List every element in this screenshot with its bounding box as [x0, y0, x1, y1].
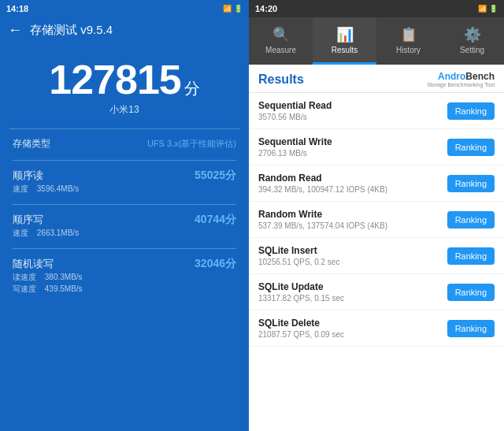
metric-sub: 速度 3596.4MB/s — [13, 184, 236, 195]
result-name: SQLite Insert — [258, 245, 441, 256]
battery-icon: 🔋 — [234, 5, 243, 13]
ranking-button-rand-read[interactable]: Ranking — [447, 175, 495, 192]
result-name: Random Read — [258, 173, 441, 184]
result-name: SQLite Update — [258, 281, 441, 292]
ranking-button-sqlite-delete[interactable]: Ranking — [447, 320, 495, 337]
result-item-rand-write: Random Write 537.39 MB/s, 137574.04 IOPS… — [249, 202, 504, 238]
score-unit: 分 — [184, 80, 200, 97]
right-battery-icon: 🔋 — [489, 5, 498, 13]
history-icon: 📋 — [400, 26, 417, 43]
metric-row-header: 顺序读 55025分 — [13, 169, 236, 183]
metric-score: 32046分 — [195, 257, 236, 271]
result-info: Random Write 537.39 MB/s, 137574.04 IOPS… — [258, 209, 441, 230]
result-name: Sequential Read — [258, 100, 441, 111]
metric-row-header: 随机读写 32046分 — [13, 257, 236, 271]
main-score-row: 127815分 — [49, 59, 200, 100]
result-value: 21087.57 QPS, 0.09 sec — [258, 330, 441, 339]
result-item-seq-read: Sequential Read 3570.56 MB/s Ranking — [249, 93, 504, 129]
right-panel: 14:20 📶 🔋 🔍 Measure 📊 Results 📋 History … — [249, 0, 504, 431]
left-toolbar: ← 存储测试 v9.5.4 — [0, 17, 249, 43]
setting-icon: ⚙️ — [464, 26, 481, 43]
metric-sub-read: 读速度 380.3MB/s — [13, 272, 236, 283]
storage-type-row: 存储类型 UFS 3.x(基于性能评估) — [13, 137, 236, 150]
metric-sequential-write: 顺序写 40744分 速度 2663.1MB/s — [13, 213, 236, 239]
result-info: SQLite Update 13317.82 QPS, 0.15 sec — [258, 281, 441, 303]
tab-measure-label: Measure — [265, 46, 296, 54]
result-value: 394.32 MB/s, 100947.12 IOPS (4KB) — [258, 185, 441, 194]
result-info: Sequential Read 3570.56 MB/s — [258, 100, 441, 121]
left-status-bar: 14:18 📶 🔋 — [0, 0, 249, 17]
right-wifi-icon: 📶 — [478, 5, 487, 13]
metric-name: 顺序写 — [13, 213, 43, 227]
ranking-button-seq-write[interactable]: Ranking — [447, 139, 495, 156]
tab-results-label: Results — [332, 46, 358, 54]
ranking-button-sqlite-update[interactable]: Ranking — [447, 284, 495, 301]
metric-row-header: 顺序写 40744分 — [13, 213, 236, 227]
left-app-title: 存储测试 v9.5.4 — [30, 23, 113, 38]
wifi-icon: 📶 — [223, 5, 232, 13]
divider-storage — [13, 160, 236, 161]
metric-name: 顺序读 — [13, 169, 43, 183]
storage-label: 存储类型 — [13, 137, 50, 150]
result-value: 3570.56 MB/s — [258, 113, 441, 121]
tab-setting-label: Setting — [460, 46, 484, 54]
result-value: 537.39 MB/s, 137574.04 IOPS (4KB) — [258, 221, 441, 230]
metric-name: 随机读写 — [13, 257, 54, 271]
result-item-sqlite-delete: SQLite Delete 21087.57 QPS, 0.09 sec Ran… — [249, 310, 504, 347]
result-name: Sequential Write — [258, 136, 441, 147]
ranking-button-seq-read[interactable]: Ranking — [447, 102, 495, 120]
left-time: 14:18 — [6, 4, 28, 13]
metric-sub-write: 写速度 439.5MB/s — [13, 284, 236, 295]
tab-setting[interactable]: ⚙️ Setting — [440, 17, 504, 65]
metric-random-rw: 随机读写 32046分 读速度 380.3MB/s 写速度 439.5MB/s — [13, 257, 236, 295]
results-header: Results AndroAndroBenchBench Storage Ben… — [249, 65, 504, 93]
metric-sub: 速度 2663.1MB/s — [13, 228, 236, 239]
measure-icon: 🔍 — [272, 26, 290, 43]
metric-score: 40744分 — [195, 213, 236, 227]
result-info: SQLite Insert 10256.51 QPS, 0.2 sec — [258, 245, 441, 266]
result-value: 13317.82 QPS, 0.15 sec — [258, 294, 441, 303]
androbench-name: AndroAndroBenchBench — [438, 71, 495, 82]
result-item-sqlite-insert: SQLite Insert 10256.51 QPS, 0.2 sec Rank… — [249, 238, 504, 274]
androbench-sub: Storage Benchmarking Tool — [427, 82, 495, 87]
divider-1 — [13, 204, 236, 205]
back-button[interactable]: ← — [8, 22, 22, 39]
tab-history-label: History — [396, 46, 421, 54]
ranking-button-rand-write[interactable]: Ranking — [447, 211, 495, 229]
storage-section: 存储类型 UFS 3.x(基于性能评估) 顺序读 55025分 速度 3596.… — [0, 129, 249, 312]
metric-sequential-read: 顺序读 55025分 速度 3596.4MB/s — [13, 169, 236, 195]
tab-results[interactable]: 📊 Results — [313, 17, 376, 65]
result-name: SQLite Delete — [258, 318, 441, 329]
result-item-sqlite-update: SQLite Update 13317.82 QPS, 0.15 sec Ran… — [249, 274, 504, 310]
result-info: Sequential Write 2706.13 MB/s — [258, 136, 441, 158]
results-list: Sequential Read 3570.56 MB/s Ranking Seq… — [249, 93, 504, 431]
right-time: 14:20 — [255, 4, 277, 13]
storage-value: UFS 3.x(基于性能评估) — [147, 138, 236, 150]
right-status-icons: 📶 🔋 — [478, 5, 498, 13]
result-value: 10256.51 QPS, 0.2 sec — [258, 258, 441, 266]
result-info: SQLite Delete 21087.57 QPS, 0.09 sec — [258, 318, 441, 339]
results-icon: 📊 — [336, 26, 354, 43]
left-panel: 14:18 📶 🔋 ← 存储测试 v9.5.4 127815分 小米13 存储类… — [0, 0, 249, 431]
result-item-seq-write: Sequential Write 2706.13 MB/s Ranking — [249, 129, 504, 165]
result-info: Random Read 394.32 MB/s, 100947.12 IOPS … — [258, 173, 441, 194]
score-section: 127815分 小米13 — [0, 43, 249, 128]
result-item-rand-read: Random Read 394.32 MB/s, 100947.12 IOPS … — [249, 165, 504, 202]
left-status-icons: 📶 🔋 — [223, 5, 243, 13]
divider-2 — [13, 248, 236, 249]
metric-score: 55025分 — [195, 169, 236, 183]
tab-bar: 🔍 Measure 📊 Results 📋 History ⚙️ Setting — [249, 17, 504, 65]
device-name: 小米13 — [109, 103, 139, 117]
androbench-logo: AndroAndroBenchBench Storage Benchmarkin… — [427, 71, 495, 87]
result-value: 2706.13 MB/s — [258, 149, 441, 158]
right-status-bar: 14:20 📶 🔋 — [249, 0, 504, 17]
ranking-button-sqlite-insert[interactable]: Ranking — [447, 247, 495, 265]
result-name: Random Write — [258, 209, 441, 220]
tab-measure[interactable]: 🔍 Measure — [249, 17, 313, 65]
main-score: 127815 — [49, 57, 181, 102]
tab-history[interactable]: 📋 History — [376, 17, 440, 65]
results-title: Results — [258, 72, 304, 87]
